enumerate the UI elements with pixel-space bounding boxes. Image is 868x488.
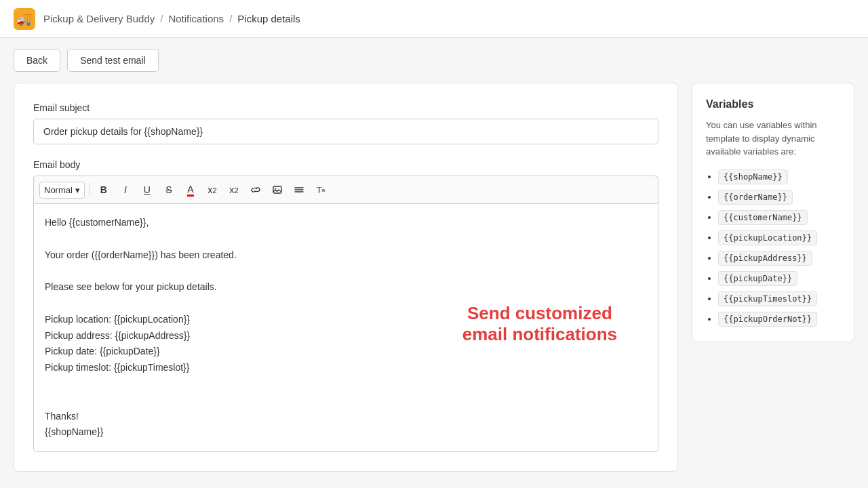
format-select-arrow: ▾ [75, 185, 80, 195]
email-body-label: Email body [33, 159, 658, 170]
variables-card: Variables You can use variables within t… [692, 83, 854, 342]
toolbar-divider-1 [89, 183, 90, 197]
breadcrumb-sep-1: / [160, 13, 163, 24]
format-select-label: Normal [44, 185, 73, 195]
toolbar-clear-format-button[interactable]: Tx [311, 180, 331, 199]
promo-overlay: Send customized email notifications [462, 302, 617, 344]
email-subject-input[interactable] [33, 119, 658, 144]
list-item: {{orderName}} [718, 190, 840, 205]
svg-point-1 [275, 188, 276, 190]
email-subject-section: Email subject [33, 102, 658, 144]
email-toolbar: Normal ▾ B I U S A x2 x2 [33, 176, 658, 203]
app-icon: 🚚 [14, 8, 35, 30]
toolbar-link-button[interactable] [245, 180, 266, 199]
variable-pickuptimeslot: {{pickupTimeslot}} [718, 291, 817, 306]
list-item: {{customerName}} [718, 210, 840, 225]
main-content: Email subject Email body Normal ▾ B I U … [0, 83, 868, 485]
top-bar: 🚚 Pickup & Delivery Buddy / Notification… [0, 0, 868, 38]
variable-pickupaddress: {{pickupAddress}} [718, 251, 812, 266]
breadcrumb-sep-2: / [229, 13, 232, 24]
toolbar-superscript-button[interactable]: x2 [224, 180, 244, 199]
email-subject-label: Email subject [33, 102, 658, 113]
toolbar-underline-button[interactable]: U [137, 180, 157, 199]
breadcrumb-notifications[interactable]: Notifications [168, 13, 224, 24]
email-form-card: Email subject Email body Normal ▾ B I U … [14, 83, 678, 472]
list-item: {{pickupOrderNot}} [718, 312, 840, 327]
list-item: {{pickupLocation}} [718, 230, 840, 245]
promo-text-line2: email notifications [462, 323, 617, 344]
svg-rect-0 [273, 186, 281, 193]
format-select[interactable]: Normal ▾ [39, 182, 85, 199]
breadcrumb: 🚚 Pickup & Delivery Buddy / Notification… [14, 8, 300, 30]
email-body-section: Email body Normal ▾ B I U S A x2 x2 [33, 159, 658, 452]
variable-pickuplocation: {{pickupLocation}} [718, 230, 817, 245]
list-item: {{pickupTimeslot}} [718, 291, 840, 306]
toolbar-italic-button[interactable]: I [115, 180, 136, 199]
variable-ordername: {{orderName}} [718, 190, 793, 205]
variable-shopname: {{shopName}} [718, 169, 788, 184]
send-test-email-button[interactable]: Send test email [67, 49, 159, 72]
toolbar-strikethrough-button[interactable]: S [159, 180, 179, 199]
toolbar-color-button[interactable]: A [180, 180, 201, 199]
list-item: {{pickupAddress}} [718, 251, 840, 266]
promo-text-line1: Send customized [462, 302, 617, 323]
back-button[interactable]: Back [14, 49, 60, 72]
toolbar-image-button[interactable] [267, 180, 288, 199]
list-item: {{shopName}} [718, 169, 840, 184]
variable-pickupordernot: {{pickupOrderNot}} [718, 312, 817, 327]
variables-desc: You can use variables within template to… [706, 119, 840, 159]
breadcrumb-app-name[interactable]: Pickup & Delivery Buddy [43, 13, 155, 24]
variable-customername: {{customerName}} [718, 210, 808, 225]
toolbar-bold-button[interactable]: B [94, 180, 114, 199]
toolbar-subscript-button[interactable]: x2 [202, 180, 222, 199]
toolbar-align-button[interactable] [289, 180, 309, 199]
action-bar: Back Send test email [0, 38, 868, 83]
list-item: {{pickupDate}} [718, 271, 840, 286]
variable-pickupdate: {{pickupDate}} [718, 271, 797, 286]
breadcrumb-current: Pickup details [237, 13, 300, 24]
variables-title: Variables [706, 98, 840, 110]
variables-list: {{shopName}} {{orderName}} {{customerNam… [706, 169, 840, 327]
email-body-editor[interactable]: Hello {{customerName}}, Your order ({{or… [33, 203, 658, 452]
